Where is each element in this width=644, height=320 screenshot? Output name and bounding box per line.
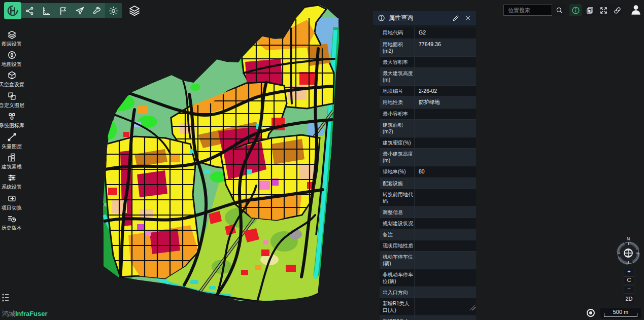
table-row: 用地性质 防护绿地 [380,97,476,109]
custom-layer-icon [9,93,15,99]
flag-icon[interactable] [55,3,72,18]
sidebar-item-vector-layer[interactable]: 矢量图层 [0,131,23,151]
fullscreen-icon[interactable] [597,4,609,16]
building-model-icon [9,154,15,161]
reset-view-button[interactable]: C [624,276,634,285]
sidebar-item-building-model[interactable]: 建筑素模 [0,151,23,171]
close-icon[interactable] [464,14,472,22]
sidebar-item-history-version[interactable]: 历史版本 [0,213,23,233]
table-row: 地块编号 2-26-02 [380,86,476,97]
zoom-out-button[interactable]: − [624,285,634,294]
table-row: 建筑密度(%) [380,137,476,149]
table-row: 最大容积率 [380,57,476,68]
project-switch-icon [9,196,15,201]
attribute-table: 用地代码 G2 用地面积(m2) 77649.36 最大容积率 最大建筑高度(m… [380,27,476,320]
attribute-panel-header: 属性查询 [373,11,476,25]
gear-icon[interactable] [105,3,122,18]
table-row: 最小容积率 [380,109,476,120]
wrench-icon[interactable] [88,3,105,18]
gear-icon [110,7,118,15]
link-icon[interactable] [611,4,623,16]
share-icon [26,7,33,14]
sidebar-item-system-settings[interactable]: 系统设置 [0,172,23,192]
locate-target-icon[interactable] [587,309,595,317]
sidebar-item-project-switch[interactable]: 项目切换 [0,192,23,212]
measure-icon [44,7,50,14]
sidebar-item-skybox-settings[interactable]: 天空盒设置 [0,69,23,90]
scale-bracket [604,313,637,317]
table-row: 最大建筑高度(m) [380,68,476,86]
icon-library-icon [9,114,14,119]
vector-layer-icon [8,133,15,140]
table-row: 备注 [380,229,476,240]
wrench-icon [93,7,100,14]
layer-settings-icon [8,31,15,39]
table-row: 用地面积(m2) 77649.36 [380,39,476,57]
sidebar-item-icon-library[interactable]: 系统图标库 [0,111,23,131]
table-row: 建筑面积(m2) [380,120,476,137]
table-row: 调整信息 [380,207,476,218]
user-avatar[interactable] [629,3,642,16]
system-settings-icon [9,175,15,181]
panel-title: 属性查询 [389,14,448,22]
table-row: 机动车停车位(辆) [380,252,476,269]
skybox-settings-icon [9,72,15,79]
table-row: 转换前用地代码 [380,189,476,207]
north-label: N [627,236,630,241]
send-icon[interactable] [72,3,88,18]
sidebar-item-layer-settings[interactable]: 图层设置 [0,28,23,49]
info-icon[interactable] [569,4,582,16]
tool-strip [21,3,122,18]
send-icon [76,7,83,14]
edit-pencil-icon[interactable] [452,14,460,22]
table-row: 用地代码 G2 [380,27,476,39]
main-toolbar [4,2,141,19]
zoom-in-button[interactable]: + [624,268,634,276]
table-row: 现状用地性质 [380,240,476,252]
legend-toggle-icon[interactable] [2,293,10,303]
table-row: 最小建筑高度(m) [380,149,476,166]
info-circle-icon [377,14,385,22]
landuse-map[interactable] [89,2,349,306]
table-row: 配套设施 [380,178,476,189]
compass[interactable]: N [616,235,640,266]
table-row: 出入口方向 [380,287,476,298]
sidebar-item-custom-layer[interactable]: 自定义图层 [0,90,23,110]
measure-icon[interactable] [38,3,55,18]
history-version-icon [8,217,15,222]
mode-2d-toggle[interactable]: 2D [624,295,634,303]
windows-icon[interactable] [584,4,596,16]
app-logo[interactable] [4,2,21,19]
search-input[interactable] [507,7,549,14]
table-row: 绿地率(%) 80 [380,166,476,178]
search-icon[interactable] [553,4,565,16]
table-row: 新增R2类人口(人) [380,316,476,320]
location-search[interactable] [503,5,552,16]
share-icon[interactable] [21,3,38,18]
layers-icon[interactable] [128,5,141,17]
brand-prefix: 鸿城 [2,310,15,317]
brand-logo: 鸿城InfraFuser [2,309,48,318]
table-row: 规划建设状况 [380,218,476,229]
left-sidebar: 图层设置 地图设置 天空盒设置 自定义图层 系统图标库 矢量图层 建筑素模 [0,28,23,233]
table-row: 新增R1类人口(人) [380,298,476,316]
panel-resize-handle[interactable] [469,304,476,310]
map-settings-icon [8,52,15,58]
brand-name: InfraFuser [15,310,48,317]
scale-bar: 500 m [600,308,641,318]
table-row: 非机动车停车位(辆) [380,269,476,287]
sidebar-item-map-settings[interactable]: 地图设置 [0,49,23,69]
flag-icon [61,8,66,14]
